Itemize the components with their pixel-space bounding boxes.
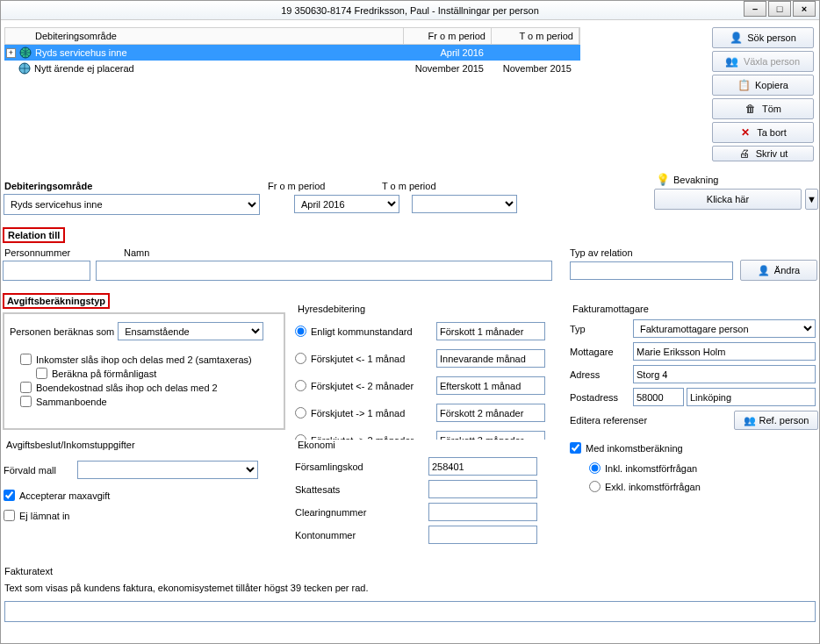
personnummer-label: Personnummer [4, 247, 70, 258]
window-title: 19 350630-8174 Fredriksson, Paul - Instä… [281, 5, 539, 16]
ekonomi-title: Ekonomi [295, 440, 550, 450]
cb-samtaxeras[interactable] [20, 354, 32, 365]
bevakning-dropdown-button[interactable]: ▼ [805, 189, 818, 210]
bevakning-label: Bevakning [673, 175, 718, 185]
avgtyp-title: Avgiftsberäkningstyp [3, 293, 110, 309]
app-window: 19 350630-8174 Fredriksson, Paul - Instä… [0, 0, 820, 644]
hy-value-1[interactable] [436, 349, 545, 368]
cb-ejlamnat[interactable] [4, 510, 15, 521]
radio-back1[interactable] [295, 353, 306, 364]
hy-value-3[interactable] [436, 404, 545, 422]
tree-header: Debiteringsområde Fr o m period T o m pe… [4, 27, 580, 45]
konto-input[interactable] [428, 526, 537, 544]
skattesats-input[interactable] [428, 480, 537, 498]
search-person-button[interactable]: 👤Sök person [712, 27, 814, 48]
forsamling-label: Församlingskod [295, 462, 428, 472]
col-from[interactable]: Fr o m period [404, 28, 492, 44]
fakt-mot-label: Mottagare [570, 347, 633, 357]
hy-value-0[interactable] [436, 322, 545, 340]
tree-row-from: November 2015 [405, 63, 493, 74]
copy-button[interactable]: 📋Kopiera [712, 75, 814, 96]
skattesats-label: Skattesats [295, 484, 428, 495]
radio-exkl[interactable] [589, 481, 601, 492]
ref-person-button[interactable]: 👥Ref. person [734, 411, 818, 430]
radio-kommunstandard[interactable] [295, 326, 306, 337]
person-calc-select[interactable]: Ensamstående [118, 322, 263, 340]
copy-icon: 📋 [737, 79, 750, 91]
switch-icon: 👥 [726, 55, 738, 68]
hyres-group: Hyresdebitering Enligt kommunstandard Fö… [295, 304, 550, 431]
fakt-post2-input[interactable] [687, 388, 816, 406]
bevakning-button[interactable]: Klicka här [654, 189, 802, 210]
close-button[interactable]: × [793, 1, 816, 17]
tree-row-area: Nytt ärende ej placerad [34, 63, 134, 74]
forsamling-input[interactable] [428, 457, 537, 476]
bulb-icon: 💡 [656, 173, 670, 186]
fakt-adr-input[interactable] [633, 365, 816, 383]
cb-maxavgift[interactable] [4, 490, 15, 501]
fakturatext-help: Text som visas på kundens faktura, ekono… [4, 583, 369, 593]
relation-till-title: Relation till [3, 227, 65, 243]
from-period-label: Fr o m period [268, 181, 325, 191]
people-icon: 👥 [744, 415, 756, 426]
namn-input[interactable] [96, 261, 552, 281]
from-period-select[interactable]: April 2016 [294, 195, 399, 213]
maximize-button[interactable]: □ [768, 1, 791, 17]
radio-back2[interactable] [295, 380, 306, 391]
mall-select[interactable] [77, 461, 258, 479]
billing-area-label: Debiteringsområde [4, 181, 92, 191]
col-to[interactable]: T o m period [492, 28, 579, 44]
personnummer-input[interactable] [3, 261, 90, 281]
tree-row-from: April 2016 [405, 47, 493, 58]
to-period-select[interactable] [412, 195, 517, 213]
delete-x-icon: ✕ [739, 126, 752, 139]
to-period-label: T o m period [382, 181, 436, 191]
fakt-typ-label: Typ [570, 324, 633, 334]
col-area[interactable]: Debiteringsområde [5, 28, 404, 44]
avgtyp-group: Personen beräknas som Ensamstående Inkom… [3, 312, 285, 430]
tree-row[interactable]: Nytt ärende ej placerad November 2015 No… [4, 61, 580, 76]
andra-button[interactable]: 👤Ändra [740, 260, 817, 281]
title-bar: 19 350630-8174 Fredriksson, Paul - Instä… [1, 1, 819, 20]
billing-area-select[interactable]: Ryds servicehus inne [4, 194, 260, 215]
print-button[interactable]: 🖨Skriv ut [712, 146, 814, 161]
fakt-post1-input[interactable] [633, 388, 684, 406]
person-icon: 👤 [758, 265, 770, 276]
minimize-button[interactable]: – [744, 1, 766, 17]
radio-fwd1[interactable] [295, 407, 306, 419]
tree-row[interactable]: + Ryds servicehus inne April 2016 [4, 45, 580, 61]
fakt-group: Fakturamottagare TypFakturamottagare per… [570, 304, 818, 431]
hy-value-2[interactable] [436, 376, 545, 395]
person-search-icon: 👤 [730, 32, 742, 44]
action-button-panel: 👤Sök person 👥Växla person 📋Kopiera 🗑Töm … [712, 27, 814, 161]
clearing-input[interactable] [428, 503, 537, 521]
mall-label: Förvald mall [4, 465, 72, 476]
billing-area-tree[interactable]: Debiteringsområde Fr o m period T o m pe… [4, 27, 580, 96]
ekonomi-group: Ekonomi Församlingskod Skattesats Cleari… [295, 440, 550, 543]
clear-button[interactable]: 🗑Töm [712, 98, 814, 119]
fakt-post-label: Postadress [570, 392, 633, 403]
tree-row-area: Ryds servicehus inne [35, 47, 127, 58]
typ-relation-input[interactable] [570, 261, 733, 280]
typ-relation-label: Typ av relation [570, 247, 633, 258]
fakt-typ-select[interactable]: Fakturamottagare person [633, 319, 816, 338]
fakturatext-input[interactable] [4, 601, 816, 622]
expand-icon[interactable]: + [6, 48, 16, 58]
delete-button[interactable]: ✕Ta bort [712, 122, 814, 143]
beslut-title: Avgiftsbeslut/Inkomstuppgifter [4, 440, 285, 450]
namn-label: Namn [124, 247, 149, 258]
print-icon: 🖨 [738, 147, 751, 160]
radio-inkl[interactable] [589, 462, 601, 474]
switch-person-button[interactable]: 👥Växla person [712, 51, 814, 72]
fakt-title: Fakturamottagare [570, 304, 818, 314]
medink-group: Med inkomstberäkning Inkl. inkomstförfrå… [570, 440, 818, 510]
fakt-mot-input[interactable] [633, 342, 816, 361]
globe-icon [19, 47, 32, 59]
person-calc-label: Personen beräknas som [10, 326, 114, 337]
cb-formanligast[interactable] [36, 368, 47, 379]
cb-med-inkomst[interactable] [570, 442, 581, 454]
cb-boendekostnad[interactable] [20, 382, 32, 393]
editera-ref-label: Editera referenser [570, 415, 647, 426]
fakturatext-title: Fakturatext [4, 566, 53, 576]
cb-sammanboende[interactable] [20, 396, 32, 407]
